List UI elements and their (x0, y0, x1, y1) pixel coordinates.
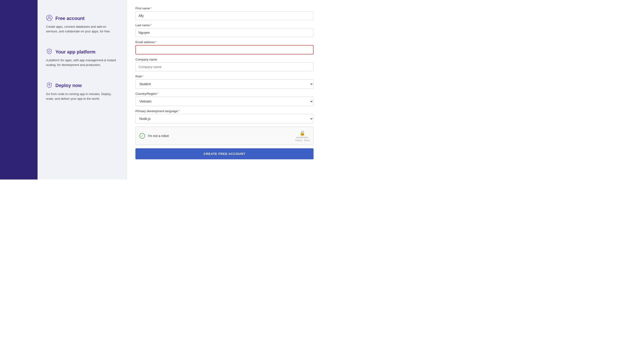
email-input[interactable] (136, 45, 314, 54)
first-name-input[interactable] (136, 11, 314, 20)
role-group: Role* Student Developer Designer Manager… (136, 74, 314, 89)
upload-cloud-icon (46, 82, 52, 90)
recaptcha-label: I'm not a robot (148, 134, 169, 138)
first-name-label: First name* (136, 6, 314, 10)
feature-deploy-now-title: Deploy now (56, 83, 82, 88)
feature-deploy-now: Deploy now Go from code to running app i… (46, 79, 118, 104)
divider-1 (46, 41, 118, 41)
country-group: Country/Region* Vietnam United States Un… (136, 92, 314, 106)
signup-form-panel: First name* Last name* Email address* Co… (127, 0, 322, 180)
divider-2 (46, 74, 118, 75)
recaptcha-brand-name: reCAPTCHA (296, 136, 308, 139)
feature-deploy-now-header: Deploy now (46, 82, 118, 90)
dev-language-group: Primary development language* Node.js Py… (136, 109, 314, 124)
company-label: Company name (136, 58, 314, 61)
recaptcha-policy-links: Privacy · Terms (295, 139, 310, 142)
svg-point-24 (48, 16, 50, 18)
left-info-panel: Free account Create apps, connect databa… (38, 0, 127, 180)
recaptcha-branding: 🔒 reCAPTCHA Privacy · Terms (295, 130, 310, 142)
feature-app-platform-header: Your app platform (46, 48, 118, 56)
create-account-button[interactable]: CREATE FREE ACCOUNT (136, 148, 314, 159)
shield-gear-icon (46, 48, 52, 56)
company-input[interactable] (136, 62, 314, 71)
last-name-label: Last name* (136, 24, 314, 27)
recaptcha-widget[interactable]: ✓ I'm not a robot 🔒 reCAPTCHA Privacy · … (136, 127, 314, 145)
dev-language-select[interactable]: Node.js Python Ruby Java PHP Go Other (136, 114, 314, 124)
feature-app-platform-desc: A platform for apps, with app management… (46, 58, 118, 67)
first-name-group: First name* (136, 6, 314, 20)
feature-free-account: Free account Create apps, connect databa… (46, 12, 118, 36)
recaptcha-logo-icon: 🔒 (300, 130, 305, 136)
email-label: Email address* (136, 40, 314, 44)
feature-deploy-now-desc: Go from code to running app in minutes. … (46, 92, 118, 101)
svg-point-25 (48, 51, 50, 52)
feature-app-platform: Your app platform A platform for apps, w… (46, 45, 118, 70)
last-name-group: Last name* (136, 24, 314, 37)
last-name-input[interactable] (136, 28, 314, 37)
feature-free-account-title: Free account (56, 16, 84, 21)
feature-free-account-header: Free account (46, 14, 118, 22)
role-label: Role* (136, 74, 314, 78)
company-group: Company name (136, 58, 314, 71)
recaptcha-checkmark: ✓ (140, 133, 145, 139)
email-group: Email address* (136, 40, 314, 54)
dev-language-label: Primary development language* (136, 109, 314, 113)
feature-free-account-desc: Create apps, connect databases and add-o… (46, 24, 118, 34)
role-select[interactable]: Student Developer Designer Manager Other (136, 79, 314, 89)
country-select[interactable]: Vietnam United States United Kingdom Ind… (136, 97, 314, 106)
recaptcha-left: ✓ I'm not a robot (140, 133, 169, 139)
user-circle-icon (46, 14, 52, 22)
feature-app-platform-title: Your app platform (56, 49, 96, 55)
country-label: Country/Region* (136, 92, 314, 96)
